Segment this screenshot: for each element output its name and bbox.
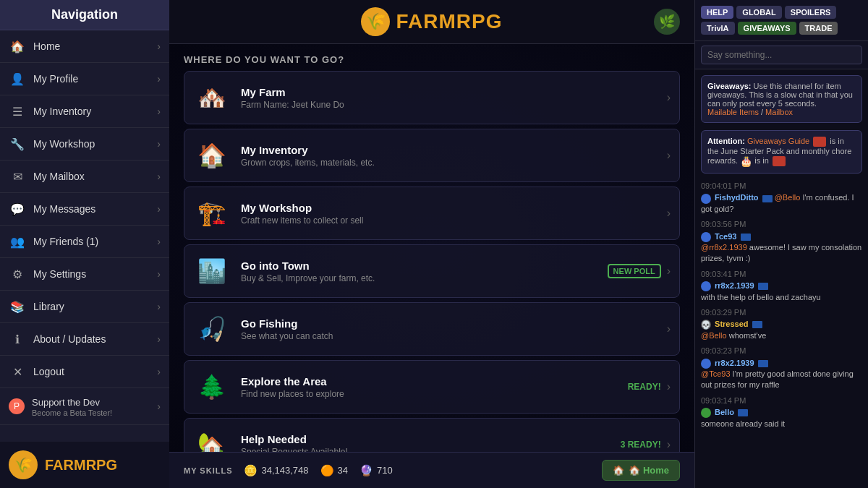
menu-item-title: My Farm <box>241 86 667 98</box>
sidebar-item-mailbox[interactable]: ✉ My Mailbox › <box>0 160 169 193</box>
explore-menu-icon: 🌲 <box>193 368 231 406</box>
chat-message-1: 09:04:01 PM FishydDitto @Bello I'm confu… <box>701 181 862 215</box>
library-icon: 📚 <box>9 298 26 315</box>
sidebar-item-friends[interactable]: 👥 My Friends (1) › <box>0 226 169 258</box>
info-icon: ℹ <box>9 330 26 348</box>
new-poll-badge: NEW POLL <box>608 264 661 278</box>
home-button[interactable]: 🏠 🏠 Home <box>602 460 680 481</box>
chat-username[interactable]: rr8x2.1939 <box>715 359 754 367</box>
sidebar-item-messages[interactable]: 💬 My Messages › <box>0 193 169 226</box>
sidebar-item-home[interactable]: 🏠 Home › <box>0 30 169 63</box>
sidebar-item-label: My Settings <box>33 268 157 280</box>
sidebar-item-settings[interactable]: ⚙ My Settings › <box>0 258 169 291</box>
notification-icon[interactable]: 🌿 <box>654 9 680 35</box>
sidebar-item-label: My Messages <box>33 203 157 215</box>
menu-item-title: Explore the Area <box>241 375 628 388</box>
menu-item-workshop[interactable]: 🏗️ My Workshop Craft new items to collec… <box>184 187 680 240</box>
chat-tabs: HELP GLOBAL SPOILERS TrivIA GIVEAWAYS TR… <box>695 0 868 41</box>
chat-username[interactable]: rr8x2.1939 <box>715 281 754 290</box>
right-panel: HELP GLOBAL SPOILERS TrivIA GIVEAWAYS TR… <box>694 0 868 488</box>
tab-help[interactable]: HELP <box>701 6 733 19</box>
chevron-right-icon: › <box>667 380 671 393</box>
header-logo: 🌾 FARMRPG <box>361 7 502 36</box>
main-content: WHERE DO YOU WANT TO GO? 🏘️ My Farm Farm… <box>169 44 694 452</box>
chevron-right-icon: › <box>157 366 161 377</box>
mailable-items-link[interactable]: Mailable Items <box>707 108 759 116</box>
chat-username[interactable]: FishydDitto <box>715 193 759 202</box>
menu-item-town[interactable]: 🏙️ Go into Town Buy & Sell, Improve your… <box>184 244 680 298</box>
tab-trivia[interactable]: TrivIA <box>701 22 735 35</box>
giveaways-guide-link[interactable]: Giveaways Guide <box>747 137 809 145</box>
chat-input[interactable] <box>701 46 862 64</box>
chevron-right-icon: › <box>667 207 671 220</box>
menu-item-inventory[interactable]: 🏠 My Inventory Grown crops, items, mater… <box>184 129 680 182</box>
sidebar-item-about[interactable]: ℹ About / Updates › <box>0 323 169 356</box>
red-icon2 <box>773 156 786 166</box>
skills-bar: MY SKILLS 🪙 34,143,748 🟠 34 🔮 710 🏠 🏠 Ho… <box>169 452 694 488</box>
support-dev-item[interactable]: P Support the Dev Become a Beta Tester! … <box>0 388 169 425</box>
user-avatar-icon: 💀 <box>701 320 711 330</box>
chevron-right-icon: › <box>667 438 671 451</box>
menu-item-fishing[interactable]: 🎣 Go Fishing See what you can catch › <box>184 302 680 356</box>
cake-icon: 🎂 <box>740 155 752 167</box>
workshop-icon: 🔧 <box>9 135 26 153</box>
level-value: 34 <box>338 465 348 476</box>
menu-item-explore[interactable]: 🌲 Explore the Area Find new places to ex… <box>184 360 680 414</box>
friends-icon: 👥 <box>9 233 26 250</box>
logout-icon: ✕ <box>9 363 26 380</box>
mailbox-link[interactable]: Mailbox <box>765 108 793 116</box>
skills-section-title: MY SKILLS <box>184 466 232 475</box>
notice-bold: Giveaways: <box>707 82 752 90</box>
sidebar-item-inventory[interactable]: ☰ My Inventory › <box>0 95 169 128</box>
user-flag-icon <box>741 234 751 241</box>
home-icon: 🏠 <box>9 38 26 55</box>
menu-item-help[interactable]: 🏡 Help Needed Special Requests Available… <box>184 418 680 452</box>
red-pack-notice-icon <box>813 137 826 147</box>
chevron-right-icon: › <box>667 322 671 335</box>
chat-text-rest: whomst've <box>727 331 767 340</box>
menu-item-subtitle: Grown crops, items, materials, etc. <box>241 158 667 168</box>
tab-spoilers[interactable]: SPOILERS <box>785 6 837 19</box>
menu-item-subtitle: Craft new items to collect or sell <box>241 215 667 226</box>
sidebar-item-label: My Inventory <box>33 106 157 117</box>
menu-item-title: My Workshop <box>241 202 667 214</box>
chat-username[interactable]: Tce93 <box>715 232 736 241</box>
settings-icon: ⚙ <box>9 265 26 283</box>
xp-icon: 🔮 <box>359 464 373 477</box>
menu-item-farm[interactable]: 🏘️ My Farm Farm Name: Jeet Kune Do › <box>184 71 680 124</box>
chat-username[interactable]: Bello <box>715 408 734 416</box>
sidebar-item-workshop[interactable]: 🔧 My Workshop › <box>0 128 169 160</box>
tab-global[interactable]: GLOBAL <box>736 6 781 19</box>
silver-icon: 🪙 <box>244 464 258 477</box>
attention-text2: is in <box>754 156 769 165</box>
home-btn-icon: 🏠 <box>613 465 624 476</box>
help-menu-icon: 🏡 <box>193 426 231 452</box>
menu-item-title: My Inventory <box>241 144 667 156</box>
chat-message-5: 09:03:23 PM rr8x2.1939 @Tce93 I'm pretty… <box>701 346 862 391</box>
sidebar-item-profile[interactable]: 👤 My Profile › <box>0 63 169 95</box>
beta-tester-label: Become a Beta Tester! <box>32 408 112 417</box>
level-skill: 🟠 34 <box>320 464 348 477</box>
header-logo-icon: 🌾 <box>361 7 390 36</box>
chevron-right-icon: › <box>157 268 161 280</box>
chat-time: 09:03:56 PM <box>701 219 862 230</box>
sidebar-item-label: My Mailbox <box>33 171 157 182</box>
sidebar-item-label: My Workshop <box>33 138 157 150</box>
chat-username[interactable]: Stressed <box>715 320 748 328</box>
ready-badge: READY! <box>628 382 661 392</box>
chevron-right-icon: › <box>157 401 161 412</box>
level-icon: 🟠 <box>320 464 334 477</box>
sidebar-item-label: Library <box>33 301 157 312</box>
sidebar-item-logout[interactable]: ✕ Logout › <box>0 356 169 388</box>
tab-giveaways[interactable]: GIVEAWAYS <box>738 22 796 35</box>
giveaways-notice: Giveaways: Use this channel for item giv… <box>701 75 862 123</box>
inventory-menu-icon: 🏠 <box>193 137 231 174</box>
inventory-icon: ☰ <box>9 103 26 120</box>
tab-trade[interactable]: TRADE <box>799 22 838 35</box>
xp-value: 710 <box>377 465 393 476</box>
fishing-menu-icon: 🎣 <box>193 310 231 348</box>
chevron-right-icon: › <box>157 171 161 182</box>
sidebar-item-library[interactable]: 📚 Library › <box>0 291 169 323</box>
sidebar-item-label: My Friends (1) <box>33 236 157 247</box>
menu-item-subtitle: Farm Name: Jeet Kune Do <box>241 100 667 110</box>
